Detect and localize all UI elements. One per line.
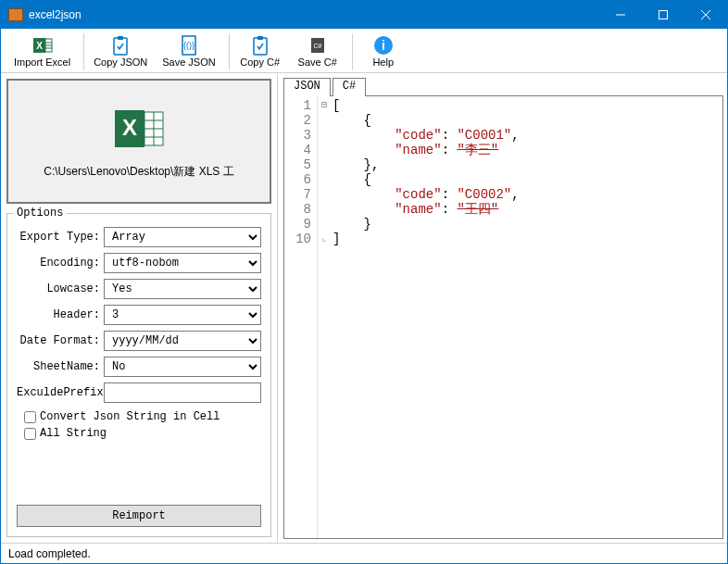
sheet-name-select[interactable]: No (104, 357, 261, 377)
convert-json-input[interactable] (24, 411, 36, 423)
lowcase-select[interactable]: Yes (104, 279, 261, 299)
date-format-select[interactable]: yyyy/MM/dd (104, 331, 261, 351)
info-icon: i (373, 35, 394, 56)
options-legend: Options (13, 207, 67, 219)
encoding-row: Encoding: utf8-nobom (17, 253, 261, 273)
svg-rect-10 (114, 38, 127, 55)
sheet-name-label: SheetName: (17, 360, 104, 373)
svg-rect-1 (659, 11, 668, 19)
copy-cs-label: Copy C# (240, 56, 280, 68)
status-text: Load completed. (8, 547, 91, 560)
encoding-select[interactable]: utf8-nobom (104, 253, 261, 273)
titlebar: excel2json (1, 1, 727, 29)
svg-rect-14 (254, 38, 267, 55)
svg-text:C#: C# (313, 43, 321, 49)
separator (229, 33, 230, 70)
svg-rect-11 (118, 36, 123, 40)
export-type-row: Export Type: Array (17, 227, 261, 247)
app-window: excel2json X Import Excel Copy JSON {()}… (0, 0, 728, 564)
window-controls (599, 1, 727, 29)
minimize-button[interactable] (599, 1, 642, 29)
fold-gutter: ⊟⌞ (318, 96, 331, 538)
copy-json-button[interactable]: Copy JSON (88, 33, 153, 69)
code-content[interactable]: [ { "code": "C0001", "name": "李三" }, { "… (331, 96, 722, 538)
code-editor[interactable]: 12345678910 ⊟⌞ [ { "code": "C0001", "nam… (283, 95, 723, 539)
convert-json-checkbox[interactable]: Convert Json String in Cell (24, 410, 261, 423)
exclude-prefix-input[interactable] (104, 382, 261, 403)
all-string-input[interactable] (24, 428, 36, 440)
copy-json-label: Copy JSON (94, 56, 147, 68)
copy-cs-button[interactable]: Copy C# (233, 33, 287, 69)
tab-json[interactable]: JSON (283, 78, 331, 96)
close-button[interactable] (684, 1, 727, 29)
import-excel-label: Import Excel (14, 56, 70, 68)
editor-tabs: JSON C# (283, 77, 723, 95)
header-row: Header: 3 (17, 305, 261, 325)
right-panel: JSON C# 12345678910 ⊟⌞ [ { "code": "C000… (277, 73, 727, 543)
lowcase-row: Lowcase: Yes (17, 279, 261, 299)
window-title: excel2json (29, 8, 599, 21)
separator (352, 33, 353, 70)
statusbar: Load completed. (1, 543, 727, 563)
save-json-label: Save JSON (162, 56, 215, 68)
content-area: X C:\Users\Lenovo\Desktop\新建 XLS 工 Optio… (1, 73, 727, 543)
left-panel: X C:\Users\Lenovo\Desktop\新建 XLS 工 Optio… (1, 73, 277, 543)
help-button[interactable]: i Help (357, 33, 410, 69)
save-cs-button[interactable]: C# Save C# (291, 33, 345, 69)
exclude-prefix-label: ExculdePrefix: (17, 386, 104, 399)
lowcase-label: Lowcase: (17, 282, 104, 295)
export-type-select[interactable]: Array (104, 227, 261, 247)
options-group: Options Export Type: Array Encoding: utf… (6, 213, 271, 537)
header-select[interactable]: 3 (104, 305, 261, 325)
separator (83, 33, 84, 70)
reimport-button[interactable]: Reimport (17, 505, 261, 527)
svg-text:X: X (36, 41, 43, 51)
import-excel-button[interactable]: X Import Excel (8, 33, 76, 69)
encoding-label: Encoding: (17, 257, 104, 269)
app-icon (8, 8, 23, 21)
svg-text:X: X (122, 115, 137, 140)
export-type-label: Export Type: (17, 231, 104, 244)
clipboard-icon (110, 35, 131, 56)
file-path: C:\Users\Lenovo\Desktop\新建 XLS 工 (44, 164, 233, 180)
excel-icon: X (32, 35, 53, 56)
maximize-button[interactable] (642, 1, 684, 29)
save-json-button[interactable]: {()} Save JSON (157, 33, 220, 69)
cs-file-icon: C# (308, 35, 328, 56)
svg-text:i: i (382, 38, 385, 53)
tab-csharp[interactable]: C# (333, 78, 366, 96)
convert-json-label: Convert Json String in Cell (40, 410, 220, 423)
excel-logo-icon: X (113, 103, 165, 155)
header-label: Header: (17, 308, 104, 321)
date-format-label: Date Format: (17, 334, 104, 347)
line-number-gutter: 12345678910 (284, 96, 318, 538)
save-cs-label: Save C# (298, 56, 337, 68)
toolbar: X Import Excel Copy JSON {()} Save JSON … (1, 29, 727, 73)
svg-rect-15 (257, 36, 263, 40)
date-format-row: Date Format: yyyy/MM/dd (17, 331, 261, 351)
sheet-name-row: SheetName: No (17, 357, 261, 377)
all-string-checkbox[interactable]: All String (24, 427, 261, 440)
json-file-icon: {()} (179, 35, 199, 56)
help-label: Help (372, 56, 394, 68)
clipboard-icon (250, 35, 270, 56)
svg-text:{()}: {()} (183, 41, 195, 50)
exclude-prefix-row: ExculdePrefix: (17, 382, 261, 403)
file-drop-box[interactable]: X C:\Users\Lenovo\Desktop\新建 XLS 工 (6, 79, 271, 204)
all-string-label: All String (40, 427, 107, 440)
